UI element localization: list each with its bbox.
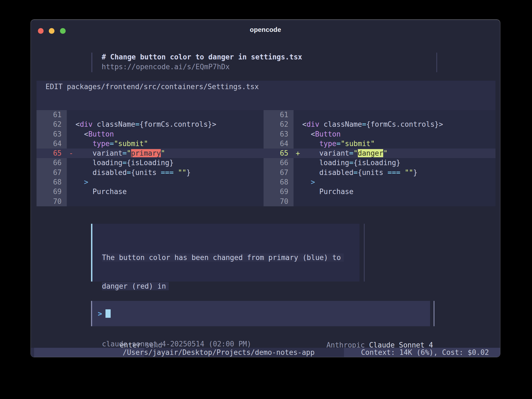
assistant-message: The button color has been changed from p… bbox=[91, 224, 365, 282]
window-title: opencode bbox=[31, 26, 500, 34]
line-number-left: 67 bbox=[37, 168, 67, 177]
line-number-left: 69 bbox=[37, 187, 67, 197]
prompt-input[interactable]: > bbox=[91, 301, 434, 326]
code-cell-left: Purchase bbox=[67, 187, 264, 197]
code-cell-left bbox=[67, 197, 264, 206]
line-number-right: 68 bbox=[264, 177, 294, 187]
diff-row-67: 67 disabled={units === ""}67 disabled={u… bbox=[37, 168, 495, 177]
line-number-left: 66 bbox=[37, 158, 67, 168]
code-cell-left: disabled={units === ""} bbox=[67, 168, 264, 177]
line-number-left: 62 bbox=[37, 120, 67, 129]
code-cell-right: <div className={formCs.controls}> bbox=[294, 120, 495, 129]
diff-row-65: 65- variant="primary"65+ variant="danger… bbox=[37, 149, 495, 158]
line-number-right: 67 bbox=[264, 168, 294, 177]
line-number-right: 64 bbox=[264, 139, 294, 149]
code-cell-right: Purchase bbox=[294, 187, 495, 197]
code-cell-right: loading={isLoading} bbox=[294, 158, 495, 168]
code-cell-right: <Button bbox=[294, 129, 495, 139]
share-right-border bbox=[436, 53, 437, 72]
code-cell-left: <Button bbox=[67, 129, 264, 139]
code-cell-right: disabled={units === ""} bbox=[294, 168, 495, 177]
line-number-right: 66 bbox=[264, 158, 294, 168]
share-left-border bbox=[91, 53, 92, 72]
removed-line-marker: - bbox=[69, 149, 73, 158]
session-title: # Change button color to danger in setti… bbox=[102, 52, 440, 62]
context-cost-segment: Context: 14K (6%), Cost: $0.02 bbox=[344, 348, 500, 357]
code-cell-right bbox=[294, 197, 495, 206]
code-cell-right: type="submit" bbox=[294, 139, 495, 149]
message-line: danger (red) in bbox=[102, 282, 344, 291]
code-cell-left bbox=[67, 110, 264, 120]
code-cell-left: > bbox=[67, 177, 264, 187]
message-right-border bbox=[364, 224, 365, 282]
working-directory: /Users/jayair/Desktop/Projects/demo-note… bbox=[123, 348, 315, 357]
code-cell-left: type="submit" bbox=[67, 139, 264, 149]
line-number-right: 61 bbox=[264, 110, 294, 120]
diff-row-70: 7070 bbox=[37, 197, 495, 206]
text-cursor bbox=[105, 309, 111, 318]
line-number-left: 68 bbox=[37, 177, 67, 187]
code-cell-right: + variant="danger" bbox=[294, 149, 495, 158]
diff-row-61: 6161 bbox=[37, 110, 495, 120]
line-number-left: 61 bbox=[37, 110, 67, 120]
diff-row-62: 62<div className={formCs.controls}>62<di… bbox=[37, 120, 495, 129]
diff-rows: 616162<div className={formCs.controls}>6… bbox=[37, 110, 495, 206]
code-cell-left: <div className={formCs.controls}> bbox=[67, 120, 264, 129]
code-cell-right bbox=[294, 110, 495, 120]
prompt-chevron: > bbox=[98, 310, 102, 318]
line-number-right: 69 bbox=[264, 187, 294, 197]
edit-file-header: EDIT packages/frontend/src/containers/Se… bbox=[37, 81, 495, 110]
line-number-right: 70 bbox=[264, 197, 294, 206]
opencode-window: opencode # Change button color to danger… bbox=[31, 19, 500, 357]
line-number-right: 62 bbox=[264, 120, 294, 129]
share-url-link[interactable]: https://opencode.ai/s/EQmP7hDx bbox=[102, 62, 440, 72]
edit-diff-panel: EDIT packages/frontend/src/containers/Se… bbox=[37, 81, 495, 206]
input-right-border bbox=[434, 301, 434, 326]
diff-row-64: 64 type="submit"64 type="submit" bbox=[37, 139, 495, 149]
line-number-right: 63 bbox=[264, 129, 294, 139]
diff-row-63: 63 <Button63 <Button bbox=[37, 129, 495, 139]
added-line-marker: + bbox=[296, 149, 300, 158]
code-cell-left: loading={isLoading} bbox=[67, 158, 264, 168]
line-number-left: 63 bbox=[37, 129, 67, 139]
line-number-left: 64 bbox=[37, 139, 67, 149]
share-header: # Change button color to danger in setti… bbox=[91, 52, 440, 72]
diff-row-66: 66 loading={isLoading}66 loading={isLoad… bbox=[37, 158, 495, 168]
message-line: The button color has been changed from p… bbox=[102, 253, 344, 262]
diff-row-69: 69 Purchase69 Purchase bbox=[37, 187, 495, 197]
code-cell-right: > bbox=[294, 177, 495, 187]
code-cell-left: - variant="primary" bbox=[67, 149, 264, 158]
status-bar: opencode v0.1.156 /Users/jayair/Desktop/… bbox=[31, 348, 500, 357]
diff-row-68: 68 >68 > bbox=[37, 177, 495, 187]
line-number-left: 70 bbox=[37, 197, 67, 206]
line-number-right: 65 bbox=[264, 149, 294, 158]
line-number-left: 65 bbox=[37, 149, 67, 158]
